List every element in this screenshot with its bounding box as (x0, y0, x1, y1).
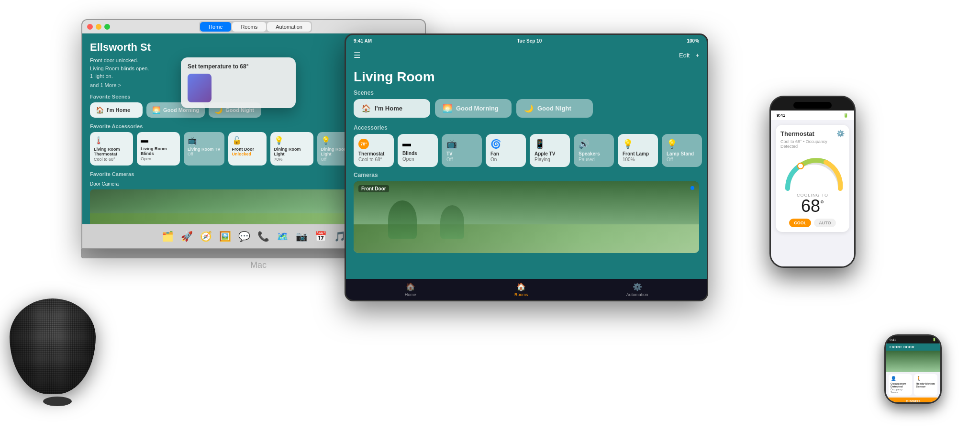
ipad-tab-automation[interactable]: ⚙️ Automation (626, 282, 648, 297)
ipad-acc-fan[interactable]: 🌀 Fan On (486, 134, 526, 167)
menu-icon[interactable]: ☰ (354, 51, 360, 60)
ipad-scene-morning[interactable]: 🌅 Good Morning (435, 99, 512, 118)
mac-acc-door[interactable]: 🔓 Front Door Unlocked (228, 132, 267, 166)
mac-acc-tv[interactable]: 📺 Living Room TV Off (184, 132, 224, 166)
close-button[interactable] (87, 24, 93, 30)
ipad-content: Living Room Scenes 🏠 I'm Home 🌅 Good Mor… (346, 64, 707, 279)
maximize-button[interactable] (104, 24, 110, 30)
ipad-speakers-icon: 🔊 (579, 139, 609, 149)
mac-scene-imhome[interactable]: 🏠 I'm Home (90, 102, 143, 118)
ipad-appletv-icon: 📱 (535, 139, 565, 149)
dock-safari[interactable]: 🧭 (197, 228, 214, 245)
watch-time: 9:41 (890, 338, 896, 342)
mac-acc-light1[interactable]: 💡 Dining Room Light 70% (270, 132, 313, 166)
dock-maps[interactable]: 🗺️ (274, 228, 291, 245)
siri-popup: Set temperature to 68° (181, 57, 296, 108)
watch-screen: FRONT DOOR 👤 Occupancy Detected Occupanc… (886, 343, 940, 402)
ipad-statusbar: 9:41 AM Tue Sep 10 100% (346, 35, 707, 46)
ipad-acc-thermostat-name: Thermostat (358, 151, 389, 157)
dock-calendar[interactable]: 📅 (312, 228, 329, 245)
mac-acc-door-name: Front Door (232, 147, 263, 152)
ipad-acc-thermostat-status: Cool to 68° (358, 157, 389, 162)
ipad-acc-speakers[interactable]: 🔊 Speakers Paused (574, 134, 614, 167)
tab-rooms[interactable]: Rooms (232, 22, 266, 32)
gear-icon[interactable]: ⚙️ (836, 130, 845, 137)
dock-messages[interactable]: 💬 (235, 228, 253, 245)
ipad-tab-home[interactable]: 🏠 Home (405, 282, 416, 297)
ipad-acc-lampstand-name: Lamp Stand (667, 151, 697, 157)
temp-unit: ° (820, 199, 824, 209)
ipad-acc-speakers-name: Speakers (579, 151, 609, 157)
watch-front-door-label: FRONT DOOR (886, 343, 940, 351)
iphone-wrapper: 9:41 🔋 Thermostat ⚙️ Cool to 68° • Occup… (769, 96, 856, 268)
watch-camera-thumbnail (886, 351, 940, 372)
tv-icon: 📺 (188, 136, 221, 145)
ipad-nav-right: Edit + (679, 52, 699, 59)
mac-acc-tv-status: Off (188, 152, 221, 156)
edit-button[interactable]: Edit (679, 52, 690, 59)
iphone-content: Thermostat ⚙️ Cool to 68° • Occupancy De… (771, 120, 854, 266)
ipad-acc-appletv-name: Apple TV (535, 151, 565, 157)
ipad-morning-icon: 🌅 (443, 104, 452, 113)
tab-home[interactable]: Home (200, 22, 231, 32)
auto-mode-button[interactable]: AUTO (814, 219, 835, 227)
watch-occupancy-card: 👤 Occupancy Detected Occupancy Sensor (889, 374, 912, 396)
blinds-icon: ▬ (141, 136, 176, 144)
ipad-acc-lampstand-status: Off (667, 157, 697, 162)
mac-acc-tv-name: Living Room TV (188, 147, 221, 152)
ipad-rooms-tab-icon: 🏠 (516, 282, 526, 291)
ipad-lampstand-icon: 💡 (667, 139, 697, 149)
iphone-screen: 9:41 🔋 Thermostat ⚙️ Cool to 68° • Occup… (771, 110, 854, 266)
ipad-acc-appletv[interactable]: 📱 Apple TV Playing (530, 134, 570, 167)
ipad-date: Tue Sep 10 (517, 38, 542, 44)
ipad-acc-blinds-name: Blinds (402, 151, 433, 156)
ipad-nav: ☰ Edit + (346, 46, 707, 64)
mac-acc-door-status: Unlocked (232, 152, 263, 156)
iphone-thermo-header: Thermostat ⚙️ (780, 130, 845, 137)
ipad-acc-thermostat[interactable]: 78° Thermostat Cool to 68° (354, 134, 394, 167)
ipad-accessories-row: 78° Thermostat Cool to 68° ▬ Blinds Open… (354, 134, 699, 167)
svg-point-0 (798, 163, 803, 169)
ipad-acc-lampstand[interactable]: 💡 Lamp Stand Off (662, 134, 702, 167)
watch-occupancy-sub: Occupancy Sensor (891, 388, 910, 394)
mac-acc-thermostat[interactable]: 🌡️ Living Room Thermostat Cool to 68° (90, 132, 133, 166)
ipad-home-tab-icon: 🏠 (406, 282, 415, 291)
minimize-button[interactable] (96, 24, 101, 30)
ipad-battery: 100% (687, 38, 699, 44)
ipad-scene-night-name: Good Night (537, 105, 571, 112)
dock-facetime[interactable]: 📞 (255, 228, 272, 245)
ipad-acc-frontlamp[interactable]: 💡 Front Lamp 100% (618, 134, 658, 167)
ipad-acc-blinds[interactable]: ▬ Blinds Open (398, 134, 438, 167)
dock-photos2[interactable]: 📷 (293, 228, 310, 245)
watch-motion-card: 🚶 Ready Motion Sensor (914, 374, 937, 396)
ipad-tabbar: 🏠 Home 🏠 Rooms ⚙️ Automation (346, 279, 707, 300)
add-button[interactable]: + (695, 52, 699, 59)
morning-icon: 🌅 (152, 106, 160, 114)
mac-acc-blinds-name: Living Room Blinds (141, 146, 176, 157)
ipad-scene-imhome[interactable]: 🏠 I'm Home (354, 99, 430, 118)
homepod-top (43, 397, 72, 406)
ipad-tab-rooms[interactable]: 🏠 Rooms (514, 282, 528, 297)
iphone-time: 9:41 (777, 113, 785, 118)
ipad-scenes-row: 🏠 I'm Home 🌅 Good Morning 🌙 Good Night (354, 99, 699, 118)
temp-modes: COOL AUTO (780, 219, 845, 227)
temp-display: 68° (780, 198, 845, 215)
macbook-titlebar: Home Rooms Automation (82, 20, 425, 33)
ipad-acc-tv[interactable]: 📺 TV Off (442, 134, 482, 167)
ipad-blinds-icon: ▬ (402, 139, 433, 149)
dock-launchpad[interactable]: 🚀 (178, 228, 195, 245)
ipad-scene-morning-name: Good Morning (456, 105, 499, 112)
iphone-battery-icon: 🔋 (843, 113, 848, 118)
tab-automation[interactable]: Automation (267, 22, 311, 32)
iphone-thermostat-card: Thermostat ⚙️ Cool to 68° • Occupancy De… (776, 125, 849, 232)
dock-finder[interactable]: 🗂️ (159, 228, 176, 245)
traffic-lights (87, 24, 110, 30)
cool-mode-button[interactable]: COOL (789, 219, 811, 227)
ipad-home-icon: 🏠 (361, 104, 371, 113)
ipad-tab-home-label: Home (405, 292, 416, 297)
mac-acc-blinds[interactable]: ▬ Living Room Blinds Open (137, 132, 180, 166)
mac-acc-thermostat-status: Cool to 68° (94, 157, 129, 162)
watch-dismiss-button[interactable]: Dismiss (886, 398, 940, 402)
dock-photos[interactable]: 🖼️ (216, 228, 234, 245)
ipad-scene-night[interactable]: 🌙 Good Night (516, 99, 593, 118)
